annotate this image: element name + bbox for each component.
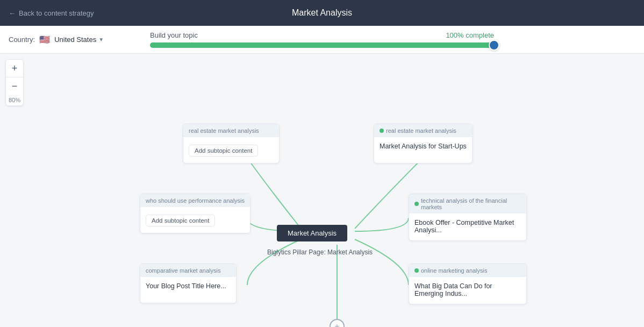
zoom-in-button[interactable]: + — [6, 60, 23, 77]
topic-node-t2[interactable]: real estate market analysisMarket Analys… — [374, 124, 473, 164]
topic-header-text: comparative market analysis — [146, 267, 220, 274]
add-subtopic-button-t3[interactable]: Add subtopic content — [146, 215, 215, 226]
plus-icon[interactable]: + — [330, 319, 345, 327]
topic-body-t4: Ebook Offer - Competitive Market Analysi… — [409, 214, 526, 240]
page-title: Market Analysis — [292, 8, 352, 18]
topic-header-t6: online marketing analysis — [409, 264, 526, 277]
topic-header-t3: who should use performance analysis — [140, 194, 250, 207]
topic-node-t3[interactable]: who should use performance analysisAdd s… — [140, 194, 251, 233]
zoom-level: 80% — [6, 95, 23, 105]
topic-node-t1[interactable]: real estate market analysisAdd subtopic … — [183, 124, 280, 164]
center-node-label: Market Analysis — [277, 225, 347, 241]
topic-header-text: real estate market analysis — [189, 127, 259, 134]
dot-icon — [380, 129, 384, 133]
add-subtopic-button-t1[interactable]: Add subtopic content — [189, 145, 258, 157]
header: ← Back to content strategy Market Analys… — [0, 0, 644, 26]
canvas: + − 80% Market Analysis Biglytics Pillar… — [0, 54, 644, 327]
topic-header-text: technical analysis of the financial mark… — [421, 197, 521, 210]
back-icon: ← — [9, 9, 16, 17]
progress-handle[interactable] — [489, 40, 499, 51]
topic-header-t4: technical analysis of the financial mark… — [409, 194, 526, 214]
country-name: United States — [54, 35, 96, 44]
progress-pct-label: 100% complete — [446, 31, 494, 39]
progress-build-label: Build your topic — [150, 31, 198, 39]
chevron-down-icon: ▼ — [98, 37, 104, 42]
zoom-controls: + − 80% — [5, 59, 24, 106]
country-selector[interactable]: 🇺🇸 United States ▼ — [39, 34, 104, 45]
topic-body-t1: Add subtopic content — [183, 137, 279, 163]
topic-body-t2: Market Analysis for Start-Ups — [374, 137, 472, 163]
pillar-node: Biglytics Pillar Page: Market Analysis — [267, 248, 373, 256]
topic-header-t1: real estate market analysis — [183, 124, 279, 137]
topic-header-t2: real estate market analysis — [374, 124, 472, 137]
flag-icon: 🇺🇸 — [39, 34, 50, 45]
topic-node-t5[interactable]: comparative market analysisYour Blog Pos… — [140, 264, 237, 303]
add-node-button[interactable]: + — [330, 319, 345, 327]
pillar-label: Biglytics Pillar Page: Market Analysis — [267, 248, 373, 256]
country-label: Country: — [9, 35, 35, 44]
back-label: Back to content strategy — [19, 9, 94, 17]
topic-header-t5: comparative market analysis — [140, 264, 236, 277]
dot-icon — [414, 202, 419, 206]
topic-header-text: real estate market analysis — [386, 127, 456, 134]
back-button[interactable]: ← Back to content strategy — [9, 9, 94, 17]
topic-node-t4[interactable]: technical analysis of the financial mark… — [409, 194, 527, 241]
progress-track — [150, 42, 494, 48]
progress-fill — [150, 42, 494, 48]
mindmap-lines — [0, 54, 644, 327]
topic-header-text: who should use performance analysis — [146, 197, 245, 204]
center-node[interactable]: Market Analysis — [277, 225, 347, 241]
topic-body-t5: Your Blog Post Title Here... — [140, 277, 236, 303]
progress-area: Build your topic 100% complete — [150, 31, 494, 48]
topic-body-t6: What Big Data Can Do for Emerging Indus.… — [409, 277, 526, 304]
toolbar: Country: 🇺🇸 United States ▼ Build your t… — [0, 26, 644, 54]
topic-node-t6[interactable]: online marketing analysisWhat Big Data C… — [409, 264, 527, 304]
topic-body-t3: Add subtopic content — [140, 207, 250, 233]
zoom-out-button[interactable]: − — [6, 77, 23, 95]
topic-header-text: online marketing analysis — [421, 267, 488, 274]
dot-icon — [414, 268, 419, 273]
